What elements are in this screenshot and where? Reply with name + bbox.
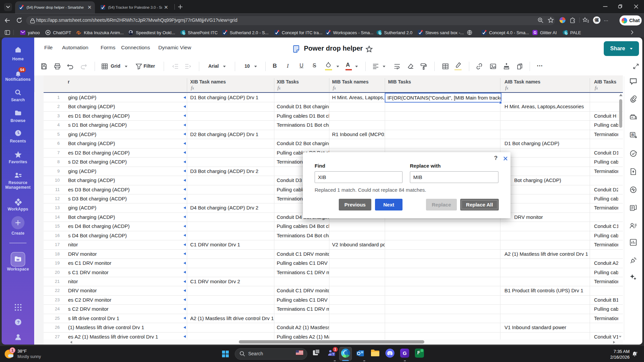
svg-text:T: T (332, 353, 334, 356)
svg-text:B: B (631, 133, 634, 137)
svg-text:S: S (564, 31, 566, 34)
svg-text:S: S (378, 31, 380, 34)
svg-text:z: z (636, 351, 638, 354)
svg-text:S: S (182, 31, 184, 34)
svg-text:G: G (534, 31, 537, 35)
svg-text:?: ? (17, 320, 19, 325)
svg-text:z: z (634, 353, 635, 355)
